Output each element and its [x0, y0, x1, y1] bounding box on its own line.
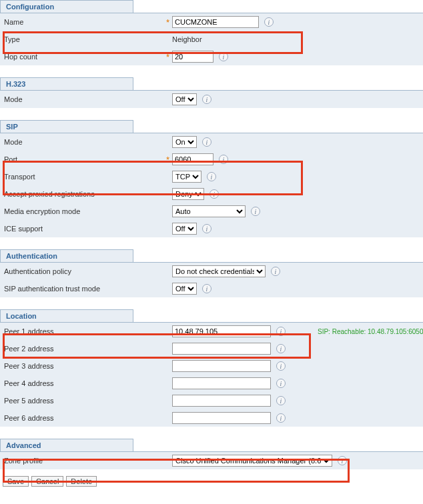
required-marker: *	[164, 52, 169, 62]
peer1-input[interactable]	[172, 325, 271, 337]
h323-mode-select[interactable]: Off	[172, 93, 197, 105]
label-peer6: Peer 6 address	[4, 414, 164, 422]
hop-count-input[interactable]	[172, 51, 214, 63]
peer1-status: SIP: Reachable: 10.48.79.105:6050	[318, 328, 423, 335]
zone-profile-select[interactable]: Cisco Unified Communications Manager (8.…	[172, 455, 332, 467]
label-type: Type	[4, 35, 164, 43]
sip-port-input[interactable]	[172, 153, 214, 165]
media-encryption-select[interactable]: Auto	[172, 205, 246, 217]
label-sip-transport: Transport	[4, 173, 164, 181]
peer3-input[interactable]	[172, 360, 271, 372]
section-configuration: Configuration Name * i Type Neighbor Hop…	[0, 0, 423, 65]
sip-transport-select[interactable]: TCP	[172, 171, 201, 183]
peer5-input[interactable]	[172, 395, 271, 407]
peer6-input[interactable]	[172, 412, 271, 424]
required-marker: *	[164, 17, 169, 27]
info-icon[interactable]: i	[219, 155, 228, 164]
save-button[interactable]: Save	[3, 476, 29, 487]
label-accept-proxied: Accept proxied registrations	[4, 190, 164, 198]
label-peer3: Peer 3 address	[4, 362, 164, 370]
auth-policy-select[interactable]: Do not check credentials	[172, 265, 266, 277]
section-header-location: Location	[0, 309, 133, 322]
label-auth-policy: Authentication policy	[4, 267, 164, 275]
section-header-advanced: Advanced	[0, 439, 133, 451]
delete-button[interactable]: Delete	[66, 476, 97, 487]
sip-auth-trust-select[interactable]: Off	[172, 283, 197, 295]
info-icon[interactable]: i	[209, 189, 219, 199]
section-header-configuration: Configuration	[0, 0, 133, 13]
info-icon[interactable]: i	[271, 267, 280, 276]
section-authentication: Authentication Authentication policy Do …	[0, 249, 423, 297]
info-icon[interactable]: i	[276, 344, 286, 353]
label-sip-auth-trust: SIP authentication trust mode	[4, 285, 164, 293]
label-peer2: Peer 2 address	[4, 345, 164, 353]
label-media-encryption: Media encryption mode	[4, 207, 164, 215]
info-icon[interactable]: i	[202, 137, 212, 147]
info-icon[interactable]: i	[207, 172, 216, 181]
info-icon[interactable]: i	[276, 361, 286, 371]
section-h323: H.323 Mode Off i	[0, 77, 423, 108]
info-icon[interactable]: i	[276, 379, 286, 388]
info-icon[interactable]: i	[202, 224, 212, 233]
label-zone-profile: Zone profile	[4, 457, 164, 465]
type-value: Neighbor	[172, 35, 202, 43]
name-input[interactable]	[172, 16, 259, 28]
info-icon[interactable]: i	[276, 413, 286, 423]
peer4-input[interactable]	[172, 377, 271, 389]
label-sip-port: Port	[4, 155, 164, 163]
accept-proxied-select[interactable]: Deny	[172, 188, 204, 200]
label-peer1: Peer 1 address	[4, 327, 164, 335]
info-icon[interactable]: i	[338, 456, 347, 465]
section-header-h323: H.323	[0, 77, 133, 90]
label-peer5: Peer 5 address	[4, 397, 164, 405]
label-sip-mode: Mode	[4, 138, 164, 146]
section-header-sip: SIP	[0, 120, 133, 133]
info-icon[interactable]: i	[264, 17, 274, 27]
peer2-input[interactable]	[172, 343, 271, 355]
info-icon[interactable]: i	[276, 396, 286, 405]
button-bar: Save Cancel Delete	[0, 475, 423, 488]
info-icon[interactable]: i	[276, 327, 286, 336]
required-marker: *	[164, 155, 169, 165]
info-icon[interactable]: i	[202, 284, 212, 293]
label-h323-mode: Mode	[4, 95, 164, 103]
label-peer4: Peer 4 address	[4, 379, 164, 387]
info-icon[interactable]: i	[219, 52, 228, 61]
sip-mode-select[interactable]: On	[172, 136, 197, 148]
info-icon[interactable]: i	[202, 95, 212, 104]
info-icon[interactable]: i	[251, 207, 260, 216]
label-hop-count: Hop count	[4, 53, 164, 61]
section-advanced: Advanced Zone profile Cisco Unified Comm…	[0, 439, 423, 469]
label-name: Name	[4, 18, 164, 26]
section-location: Location Peer 1 address i SIP: Reachable…	[0, 309, 423, 427]
label-ice-support: ICE support	[4, 225, 164, 233]
ice-support-select[interactable]: Off	[172, 223, 197, 235]
section-sip: SIP Mode On i Port * i	[0, 120, 423, 237]
cancel-button[interactable]: Cancel	[31, 476, 63, 487]
section-header-authentication: Authentication	[0, 249, 133, 262]
